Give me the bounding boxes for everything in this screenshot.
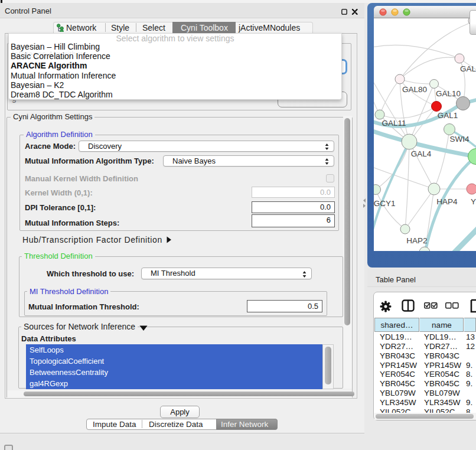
svg-text:SWI4: SWI4 [449, 135, 469, 144]
svg-text:GAL80: GAL80 [402, 85, 427, 94]
svg-text:GCY1: GCY1 [374, 199, 395, 208]
svg-text:HAP2: HAP2 [406, 236, 427, 245]
svg-text:YJL157C: YJL157C [471, 197, 476, 206]
svg-text:GAL10: GAL10 [436, 89, 461, 98]
svg-text:GAL7: GAL7 [460, 64, 476, 73]
svg-text:HAP4: HAP4 [436, 197, 458, 206]
svg-text:GAL1: GAL1 [438, 111, 458, 120]
svg-text:GAL11: GAL11 [382, 119, 406, 128]
svg-text:GAL4: GAL4 [411, 149, 432, 158]
